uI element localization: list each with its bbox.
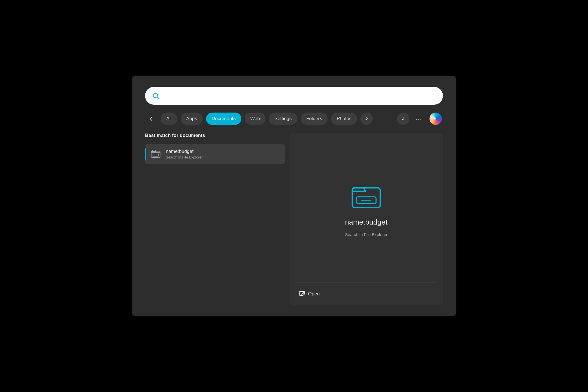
search-icon <box>152 92 160 100</box>
open-icon <box>298 291 305 297</box>
search-window: Documents: name:budget All Apps Document… <box>132 76 456 316</box>
right-panel: name:budget Search in File Explorer Open <box>290 133 443 305</box>
open-button[interactable]: Open <box>298 288 320 300</box>
back-button[interactable] <box>145 113 157 125</box>
svg-line-1 <box>157 97 159 99</box>
right-item-subtitle: Search in File Explorer <box>345 232 388 237</box>
right-item-name: name:budget <box>345 218 388 227</box>
tab-apps[interactable]: Apps <box>181 113 203 125</box>
right-folder-icon <box>349 179 383 212</box>
search-bar: Documents: name:budget <box>145 87 443 105</box>
search-input[interactable]: Documents: name:budget <box>163 92 436 99</box>
tab-settings[interactable]: Settings <box>269 113 297 125</box>
more-filters-button[interactable] <box>360 113 373 125</box>
right-actions: Open <box>290 283 443 305</box>
tab-all[interactable]: All <box>161 113 177 125</box>
left-panel: Best match for documents name:budget Sea… <box>145 133 285 305</box>
tab-web[interactable]: Web <box>245 113 266 125</box>
user-avatar-button[interactable]: J <box>397 113 409 125</box>
section-title: Best match for documents <box>145 133 285 139</box>
svg-rect-4 <box>153 154 158 156</box>
result-text: name:budget Search in File Explorer <box>166 149 203 159</box>
result-item[interactable]: name:budget Search in File Explorer <box>145 144 285 164</box>
tab-photos[interactable]: Photos <box>331 113 357 125</box>
main-content: Best match for documents name:budget Sea… <box>145 133 443 305</box>
result-subtitle: Search in File Explorer <box>166 155 203 159</box>
result-folder-icon <box>150 148 161 160</box>
filter-row: All Apps Documents Web Settings Folders … <box>145 111 443 126</box>
open-label: Open <box>308 291 320 297</box>
right-top: name:budget Search in File Explorer <box>290 133 443 283</box>
result-name: name:budget <box>166 149 203 154</box>
copilot-button[interactable] <box>428 111 443 126</box>
tab-documents[interactable]: Documents <box>206 113 241 125</box>
tab-folders[interactable]: Folders <box>301 113 328 125</box>
result-accent <box>145 148 146 160</box>
copilot-icon <box>430 113 442 125</box>
more-options-button[interactable]: ··· <box>413 113 425 125</box>
